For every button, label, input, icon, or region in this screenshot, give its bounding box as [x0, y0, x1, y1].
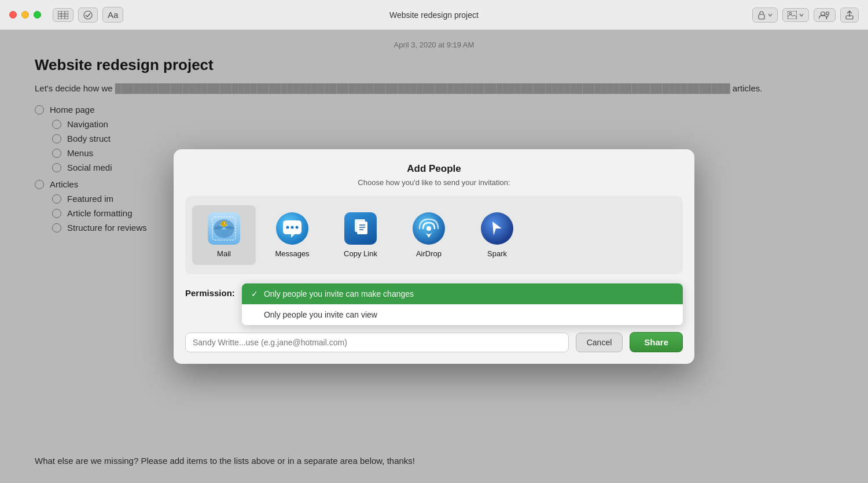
share-options-row: Mail — [185, 196, 683, 274]
email-row: Cancel Share — [174, 325, 694, 364]
image-icon — [788, 11, 797, 19]
permission-option-changes[interactable]: ✓ Only people you invite can make change… — [242, 283, 683, 304]
email-input[interactable] — [185, 333, 569, 352]
spark-icon — [481, 212, 513, 245]
modal-overlay: Add People Choose how you'd like to send… — [0, 30, 868, 483]
fullscreen-button[interactable] — [34, 11, 41, 19]
toolbar-buttons: Aa — [53, 7, 123, 23]
permission-option-view[interactable]: ✓ Only people you invite can view — [242, 304, 683, 325]
font-button[interactable]: Aa — [102, 7, 123, 23]
modal-subtitle: Choose how you'd like to send your invit… — [187, 178, 681, 187]
lock-icon — [757, 10, 766, 20]
chevron-down-icon — [799, 13, 804, 17]
permission-label: Permission: — [185, 283, 235, 298]
svg-point-17 — [221, 221, 227, 227]
people-icon — [819, 11, 830, 19]
share-option-messages[interactable]: Messages — [260, 205, 324, 265]
share-option-spark[interactable]: Spark — [465, 205, 529, 265]
share-option-airdrop[interactable]: AirDrop — [397, 205, 461, 265]
share-button[interactable] — [840, 8, 859, 23]
share-option-mail[interactable]: Mail — [192, 205, 256, 265]
svg-point-23 — [296, 226, 299, 229]
close-button[interactable] — [9, 11, 17, 19]
table-button[interactable] — [53, 8, 73, 22]
chevron-down-icon — [768, 13, 773, 17]
lock-button[interactable] — [752, 8, 778, 23]
titlebar: Aa Website redesign project — [0, 0, 868, 30]
checkmark-icon: ✓ — [251, 289, 258, 298]
check-button[interactable] — [78, 8, 98, 23]
upload-icon — [845, 10, 854, 20]
traffic-lights — [9, 11, 41, 19]
modal-title: Add People — [187, 163, 681, 175]
table-icon — [58, 11, 68, 19]
spark-label: Spark — [487, 249, 507, 258]
share-option-copylink[interactable]: Copy Link — [329, 205, 392, 265]
svg-rect-0 — [58, 11, 68, 19]
mail-label: Mail — [217, 249, 231, 258]
permission-row: Permission: ✓ Only people you invite can… — [174, 283, 694, 325]
titlebar-title: Website redesign project — [389, 10, 479, 20]
svg-point-31 — [426, 226, 431, 231]
svg-rect-26 — [357, 222, 367, 234]
modal-header: Add People Choose how you'd like to send… — [174, 149, 694, 196]
svg-point-10 — [826, 12, 829, 14]
svg-rect-6 — [759, 14, 764, 19]
airdrop-icon — [413, 212, 445, 245]
svg-point-5 — [84, 11, 92, 19]
messages-label: Messages — [275, 249, 309, 258]
cancel-button[interactable]: Cancel — [576, 333, 623, 352]
image-button[interactable] — [782, 8, 809, 22]
svg-point-19 — [225, 223, 226, 223]
collaborate-button[interactable] — [814, 8, 836, 22]
svg-point-22 — [291, 226, 294, 229]
permission-dropdown[interactable]: ✓ Only people you invite can make change… — [242, 283, 683, 325]
svg-rect-7 — [788, 11, 797, 19]
permission-menu: ✓ Only people you invite can make change… — [242, 283, 683, 325]
minimize-button[interactable] — [21, 11, 29, 19]
copylink-label: Copy Link — [344, 249, 377, 258]
title-text: Website redesign project — [389, 10, 479, 20]
svg-point-21 — [286, 226, 289, 229]
copylink-icon — [344, 212, 377, 245]
airdrop-label: AirDrop — [416, 249, 442, 258]
titlebar-right — [752, 8, 859, 23]
share-button[interactable]: Share — [630, 332, 683, 352]
document-area: April 3, 2020 at 9:19 AM Website redesig… — [0, 30, 868, 483]
font-icon: Aa — [108, 10, 118, 20]
mail-icon — [208, 212, 240, 245]
messages-icon — [276, 212, 308, 245]
check-icon — [83, 10, 93, 20]
add-people-modal: Add People Choose how you'd like to send… — [174, 149, 694, 364]
